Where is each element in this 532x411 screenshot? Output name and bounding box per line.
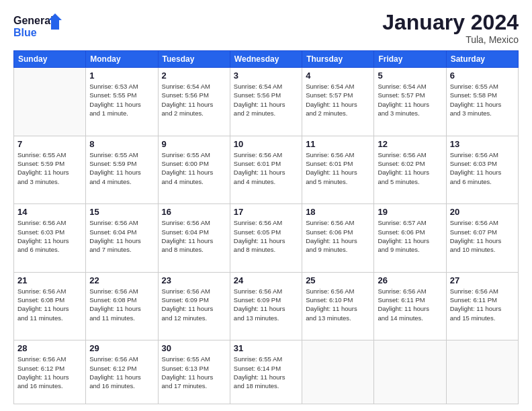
calendar-cell: 14Sunrise: 6:56 AMSunset: 6:03 PMDayligh… bbox=[14, 204, 86, 273]
day-number: 19 bbox=[378, 207, 442, 217]
calendar-cell: 24Sunrise: 6:56 AMSunset: 6:09 PMDayligh… bbox=[230, 272, 302, 340]
day-info: Sunrise: 6:54 AMSunset: 5:56 PMDaylight:… bbox=[234, 82, 298, 118]
day-number: 27 bbox=[450, 275, 515, 285]
calendar-table: Sunday Monday Tuesday Wednesday Thursday… bbox=[13, 50, 519, 404]
header-sunday: Sunday bbox=[14, 51, 86, 68]
day-info: Sunrise: 6:54 AMSunset: 5:56 PMDaylight:… bbox=[162, 82, 226, 118]
header-tuesday: Tuesday bbox=[158, 51, 230, 68]
day-number: 16 bbox=[162, 207, 226, 217]
calendar-cell: 4Sunrise: 6:54 AMSunset: 5:57 PMDaylight… bbox=[302, 68, 374, 136]
calendar-cell: 16Sunrise: 6:56 AMSunset: 6:04 PMDayligh… bbox=[158, 204, 230, 273]
header-friday: Friday bbox=[374, 51, 446, 68]
title-area: January 2024 Tula, Mexico bbox=[382, 11, 519, 45]
calendar-cell: 9Sunrise: 6:55 AMSunset: 6:00 PMDaylight… bbox=[158, 136, 230, 204]
day-number: 29 bbox=[89, 343, 154, 353]
calendar-cell: 22Sunrise: 6:56 AMSunset: 6:08 PMDayligh… bbox=[86, 272, 158, 340]
calendar-cell: 26Sunrise: 6:56 AMSunset: 6:11 PMDayligh… bbox=[374, 272, 446, 340]
calendar-cell: 8Sunrise: 6:55 AMSunset: 5:59 PMDaylight… bbox=[86, 136, 158, 204]
day-number: 14 bbox=[17, 207, 82, 217]
calendar-cell: 30Sunrise: 6:55 AMSunset: 6:13 PMDayligh… bbox=[158, 340, 230, 404]
calendar-cell: 21Sunrise: 6:56 AMSunset: 6:08 PMDayligh… bbox=[14, 272, 86, 340]
day-info: Sunrise: 6:56 AMSunset: 6:01 PMDaylight:… bbox=[234, 150, 298, 186]
calendar-cell: 7Sunrise: 6:55 AMSunset: 5:59 PMDaylight… bbox=[14, 136, 86, 204]
calendar-page: General Blue January 2024 Tula, Mexico S… bbox=[0, 0, 532, 411]
calendar-cell: 20Sunrise: 6:56 AMSunset: 6:07 PMDayligh… bbox=[446, 204, 518, 273]
day-number: 13 bbox=[450, 139, 515, 149]
weekday-header-row: Sunday Monday Tuesday Wednesday Thursday… bbox=[14, 51, 519, 68]
day-info: Sunrise: 6:56 AMSunset: 6:04 PMDaylight:… bbox=[162, 218, 226, 254]
calendar-cell: 3Sunrise: 6:54 AMSunset: 5:56 PMDaylight… bbox=[230, 68, 302, 136]
day-info: Sunrise: 6:56 AMSunset: 6:06 PMDaylight:… bbox=[306, 218, 370, 254]
day-number: 7 bbox=[17, 139, 82, 149]
day-number: 18 bbox=[306, 207, 370, 217]
day-number: 11 bbox=[306, 139, 370, 149]
calendar-cell bbox=[446, 340, 518, 404]
calendar-cell: 13Sunrise: 6:56 AMSunset: 6:03 PMDayligh… bbox=[446, 136, 518, 204]
logo-svg: General Blue bbox=[13, 11, 67, 44]
calendar-cell: 18Sunrise: 6:56 AMSunset: 6:06 PMDayligh… bbox=[302, 204, 374, 273]
day-info: Sunrise: 6:55 AMSunset: 6:00 PMDaylight:… bbox=[162, 150, 226, 186]
calendar-cell: 6Sunrise: 6:55 AMSunset: 5:58 PMDaylight… bbox=[446, 68, 518, 136]
day-info: Sunrise: 6:56 AMSunset: 6:04 PMDaylight:… bbox=[89, 218, 154, 254]
day-info: Sunrise: 6:56 AMSunset: 6:12 PMDaylight:… bbox=[89, 355, 154, 390]
day-info: Sunrise: 6:56 AMSunset: 6:10 PMDaylight:… bbox=[306, 287, 370, 322]
day-number: 2 bbox=[162, 71, 226, 81]
day-number: 21 bbox=[17, 275, 82, 285]
day-info: Sunrise: 6:56 AMSunset: 6:03 PMDaylight:… bbox=[450, 150, 515, 186]
day-info: Sunrise: 6:56 AMSunset: 6:08 PMDaylight:… bbox=[17, 287, 82, 322]
day-number: 30 bbox=[162, 343, 226, 353]
calendar-cell: 28Sunrise: 6:56 AMSunset: 6:12 PMDayligh… bbox=[14, 340, 86, 404]
header-wednesday: Wednesday bbox=[230, 51, 302, 68]
logo: General Blue bbox=[13, 11, 67, 44]
day-number: 25 bbox=[306, 275, 370, 285]
calendar-cell: 2Sunrise: 6:54 AMSunset: 5:56 PMDaylight… bbox=[158, 68, 230, 136]
header-monday: Monday bbox=[86, 51, 158, 68]
calendar-cell: 10Sunrise: 6:56 AMSunset: 6:01 PMDayligh… bbox=[230, 136, 302, 204]
day-info: Sunrise: 6:56 AMSunset: 6:11 PMDaylight:… bbox=[450, 287, 515, 322]
day-number: 28 bbox=[17, 343, 82, 353]
calendar-cell: 25Sunrise: 6:56 AMSunset: 6:10 PMDayligh… bbox=[302, 272, 374, 340]
location: Tula, Mexico bbox=[382, 34, 519, 45]
day-info: Sunrise: 6:53 AMSunset: 5:55 PMDaylight:… bbox=[89, 82, 154, 118]
calendar-cell: 19Sunrise: 6:57 AMSunset: 6:06 PMDayligh… bbox=[374, 204, 446, 273]
month-title: January 2024 bbox=[382, 11, 519, 34]
day-number: 26 bbox=[378, 275, 442, 285]
day-number: 22 bbox=[89, 275, 154, 285]
day-number: 24 bbox=[234, 275, 298, 285]
svg-text:Blue: Blue bbox=[13, 27, 37, 38]
calendar-cell: 15Sunrise: 6:56 AMSunset: 6:04 PMDayligh… bbox=[86, 204, 158, 273]
calendar-cell: 29Sunrise: 6:56 AMSunset: 6:12 PMDayligh… bbox=[86, 340, 158, 404]
day-number: 12 bbox=[378, 139, 442, 149]
calendar-cell: 11Sunrise: 6:56 AMSunset: 6:01 PMDayligh… bbox=[302, 136, 374, 204]
svg-text:General: General bbox=[13, 15, 54, 26]
calendar-cell: 17Sunrise: 6:56 AMSunset: 6:05 PMDayligh… bbox=[230, 204, 302, 273]
calendar-cell: 12Sunrise: 6:56 AMSunset: 6:02 PMDayligh… bbox=[374, 136, 446, 204]
day-info: Sunrise: 6:56 AMSunset: 6:08 PMDaylight:… bbox=[89, 287, 154, 322]
calendar-cell: 1Sunrise: 6:53 AMSunset: 5:55 PMDaylight… bbox=[86, 68, 158, 136]
day-number: 31 bbox=[234, 343, 298, 353]
calendar-cell: 5Sunrise: 6:54 AMSunset: 5:57 PMDaylight… bbox=[374, 68, 446, 136]
day-number: 23 bbox=[162, 275, 226, 285]
calendar-cell: 27Sunrise: 6:56 AMSunset: 6:11 PMDayligh… bbox=[446, 272, 518, 340]
day-info: Sunrise: 6:56 AMSunset: 6:05 PMDaylight:… bbox=[234, 218, 298, 254]
day-info: Sunrise: 6:54 AMSunset: 5:57 PMDaylight:… bbox=[306, 82, 370, 118]
day-info: Sunrise: 6:56 AMSunset: 6:11 PMDaylight:… bbox=[378, 287, 442, 322]
header-thursday: Thursday bbox=[302, 51, 374, 68]
day-number: 8 bbox=[89, 139, 154, 149]
day-info: Sunrise: 6:55 AMSunset: 5:59 PMDaylight:… bbox=[17, 150, 82, 186]
header: General Blue January 2024 Tula, Mexico bbox=[13, 11, 519, 45]
day-info: Sunrise: 6:54 AMSunset: 5:57 PMDaylight:… bbox=[378, 82, 442, 118]
calendar-cell bbox=[302, 340, 374, 404]
calendar-cell: 31Sunrise: 6:55 AMSunset: 6:14 PMDayligh… bbox=[230, 340, 302, 404]
day-number: 10 bbox=[234, 139, 298, 149]
day-info: Sunrise: 6:55 AMSunset: 6:14 PMDaylight:… bbox=[234, 355, 298, 390]
day-number: 20 bbox=[450, 207, 515, 217]
day-info: Sunrise: 6:55 AMSunset: 6:13 PMDaylight:… bbox=[162, 355, 226, 390]
day-info: Sunrise: 6:55 AMSunset: 5:59 PMDaylight:… bbox=[89, 150, 154, 186]
day-info: Sunrise: 6:56 AMSunset: 6:09 PMDaylight:… bbox=[162, 287, 226, 322]
day-number: 17 bbox=[234, 207, 298, 217]
day-info: Sunrise: 6:55 AMSunset: 5:58 PMDaylight:… bbox=[450, 82, 515, 118]
day-info: Sunrise: 6:56 AMSunset: 6:02 PMDaylight:… bbox=[378, 150, 442, 186]
day-number: 9 bbox=[162, 139, 226, 149]
day-info: Sunrise: 6:57 AMSunset: 6:06 PMDaylight:… bbox=[378, 218, 442, 254]
